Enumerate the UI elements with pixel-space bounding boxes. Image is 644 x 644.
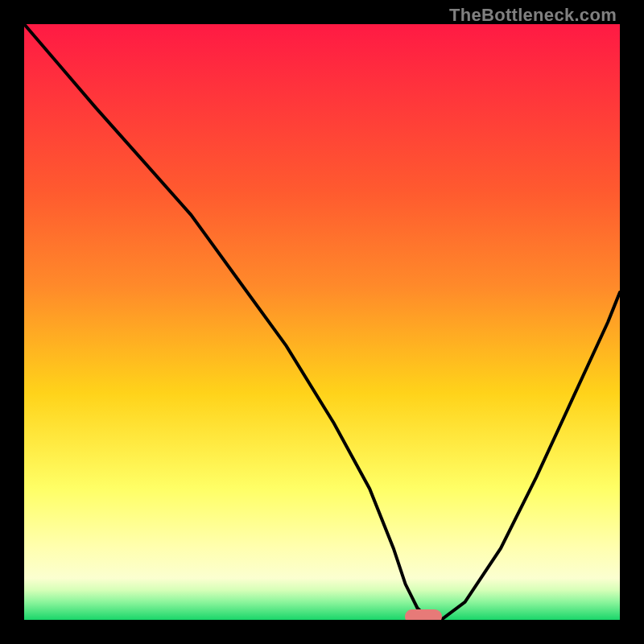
chart-container: TheBottleneck.com (0, 0, 644, 644)
optimal-marker (405, 609, 442, 620)
plot-area (24, 24, 620, 620)
gradient-background (24, 24, 620, 620)
watermark-label: TheBottleneck.com (449, 5, 617, 26)
chart-svg (24, 24, 620, 620)
